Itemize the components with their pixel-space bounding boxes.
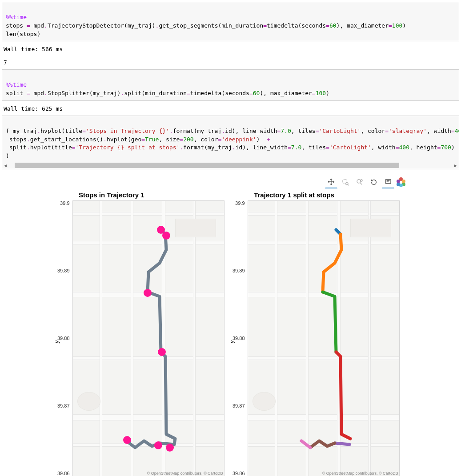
plot-right[interactable]: Trajectory 1 split at stops y 39.9 39.89… bbox=[233, 191, 403, 476]
svg-point-5 bbox=[361, 180, 362, 181]
reset-icon[interactable] bbox=[368, 176, 380, 188]
box-zoom-icon[interactable] bbox=[339, 176, 352, 188]
wall-time-2: Wall time: 625 ms bbox=[4, 105, 63, 112]
result-1: 7 bbox=[4, 59, 7, 66]
output-cell-2: Wall time: 625 ms bbox=[2, 103, 459, 116]
scroll-right-icon[interactable]: ► bbox=[453, 163, 459, 168]
wheel-zoom-icon[interactable] bbox=[353, 176, 366, 188]
svg-rect-0 bbox=[343, 180, 346, 183]
y-axis-label: y bbox=[54, 340, 60, 343]
plot-right-canvas[interactable]: © OpenStreetMap contributors, © CartoDB bbox=[248, 200, 400, 476]
stop-point bbox=[123, 436, 131, 444]
output-cell-1: Wall time: 566 ms 7 bbox=[2, 43, 459, 69]
horizontal-scrollbar[interactable]: ◄ ► bbox=[2, 162, 459, 169]
svg-point-1 bbox=[346, 182, 348, 184]
bokeh-toolbar bbox=[2, 173, 459, 191]
plot-right-title: Trajectory 1 split at stops bbox=[233, 191, 403, 199]
plot-left-canvas[interactable]: © OpenStreetMap contributors, © CartoDB bbox=[72, 200, 224, 476]
pan-tool-icon[interactable] bbox=[325, 176, 337, 188]
cell-magic: %%time bbox=[6, 14, 27, 20]
hover-tool-icon[interactable] bbox=[382, 176, 394, 188]
plot-left[interactable]: Stops in Trajectory 1 y 39.9 39.89 39.88… bbox=[57, 191, 228, 476]
svg-line-2 bbox=[348, 184, 349, 185]
bokeh-logo-icon[interactable] bbox=[396, 177, 406, 187]
stop-point bbox=[162, 232, 170, 240]
stop-point bbox=[158, 348, 166, 356]
cell-magic: %%time bbox=[6, 81, 27, 88]
y-axis-ticks: 39.9 39.89 39.88 39.87 39.86 bbox=[57, 200, 72, 476]
y-axis-label: y bbox=[229, 340, 235, 343]
scroll-left-icon[interactable]: ◄ bbox=[2, 163, 8, 168]
y-axis-ticks: 39.9 39.89 39.88 39.87 39.86 bbox=[233, 200, 248, 476]
map-attribution: © OpenStreetMap contributors, © CartoDB bbox=[147, 471, 223, 476]
plot-left-title: Stops in Trajectory 1 bbox=[57, 191, 228, 199]
stop-point bbox=[166, 444, 174, 452]
code-cell-1[interactable]: %%time stops = mpd.TrajectoryStopDetecto… bbox=[2, 2, 459, 41]
svg-rect-6 bbox=[385, 180, 391, 184]
svg-line-4 bbox=[360, 182, 362, 184]
scrollbar-thumb[interactable] bbox=[15, 163, 399, 168]
code-cell-2[interactable]: %%time split = mpd.StopSplitter(my_traj)… bbox=[2, 69, 459, 101]
wall-time-1: Wall time: 566 ms bbox=[4, 46, 63, 52]
code-cell-3[interactable]: ( my_traj.hvplot(title='Stops in Traject… bbox=[2, 116, 459, 164]
map-attribution: © OpenStreetMap contributors, © CartoDB bbox=[322, 471, 398, 476]
plot-output: Stops in Trajectory 1 y 39.9 39.89 39.88… bbox=[2, 191, 459, 476]
stop-point bbox=[144, 289, 152, 297]
stop-point bbox=[154, 441, 162, 449]
